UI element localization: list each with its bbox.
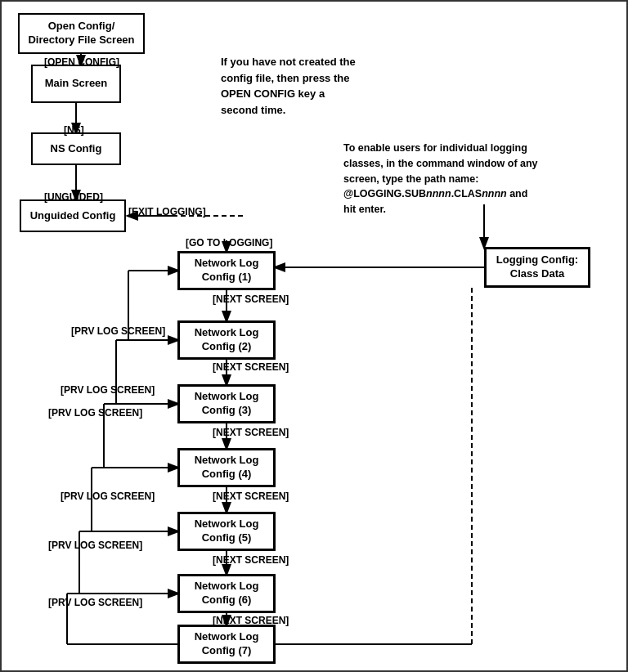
- net-log-7-box: Network LogConfig (7): [177, 625, 276, 664]
- net-log-5-box: Network LogConfig (5): [177, 512, 276, 551]
- prv-log-1-label: [PRV LOG SCREEN]: [71, 325, 165, 337]
- unguided-label: [UNGUIDED]: [44, 191, 103, 203]
- diagram-container: Open Config/ Directory File Screen Main …: [0, 0, 628, 672]
- prv-log-4-label: [PRV LOG SCREEN]: [61, 491, 155, 502]
- go-to-logging-label: [GO TO LOGGING]: [186, 237, 272, 249]
- next-screen-1-label: [NEXT SCREEN]: [213, 293, 289, 305]
- ns-config-box: NS Config: [31, 132, 121, 165]
- net-log-1-box: Network LogConfig (1): [177, 251, 276, 290]
- open-config-label: [OPEN CONFIG]: [44, 56, 119, 68]
- prv-log-2-label: [PRV LOG SCREEN]: [61, 384, 155, 396]
- prv-log-3-label: [PRV LOG SCREEN]: [48, 407, 142, 419]
- open-config-box: Open Config/ Directory File Screen: [18, 13, 145, 54]
- main-screen-box: Main Screen: [31, 65, 121, 103]
- note-1: If you have not created the config file,…: [221, 54, 401, 118]
- next-screen-3-label: [NEXT SCREEN]: [213, 427, 289, 438]
- net-log-6-box: Network LogConfig (6): [177, 574, 276, 613]
- next-screen-4-label: [NEXT SCREEN]: [213, 491, 289, 502]
- prv-log-6-label: [PRV LOG SCREEN]: [48, 597, 142, 608]
- unguided-config-box: Unguided Config: [20, 199, 126, 232]
- next-screen-2-label: [NEXT SCREEN]: [213, 361, 289, 373]
- note-2: To enable users for individual logging c…: [343, 141, 597, 217]
- net-log-2-box: Network LogConfig (2): [177, 320, 276, 360]
- net-log-3-box: Network LogConfig (3): [177, 384, 276, 423]
- ns-label: [NS]: [64, 124, 84, 136]
- net-log-4-box: Network LogConfig (4): [177, 448, 276, 487]
- logging-config-box: Logging Config:Class Data: [484, 247, 590, 288]
- prv-log-5-label: [PRV LOG SCREEN]: [48, 540, 142, 551]
- next-screen-5-label: [NEXT SCREEN]: [213, 554, 289, 566]
- next-screen-6-label: [NEXT SCREEN]: [213, 615, 289, 626]
- exit-logging-label: [EXIT LOGGING]: [128, 206, 206, 217]
